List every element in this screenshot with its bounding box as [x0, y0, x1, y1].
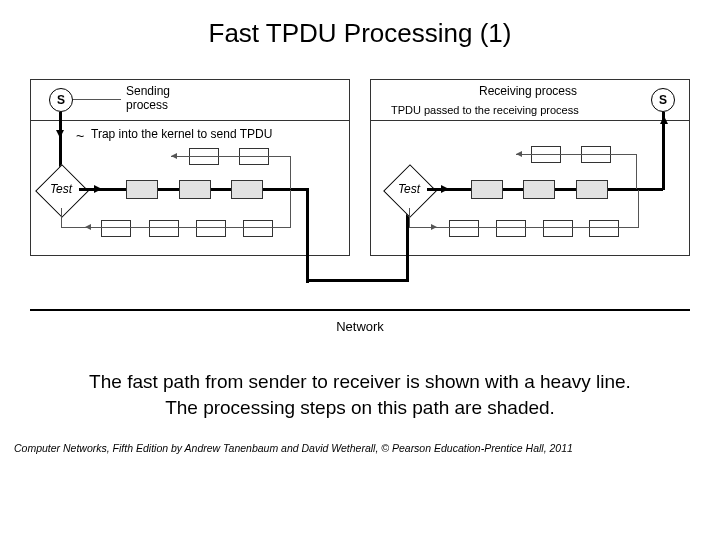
right-shaded-box-1 — [471, 180, 503, 199]
slow-left-top-v — [290, 156, 291, 189]
slow-left-v — [61, 208, 62, 228]
left-shaded-box-3 — [231, 180, 263, 199]
arrow-left-icon-3 — [516, 151, 522, 157]
s-connector-left — [73, 99, 121, 100]
arrow-right-icon — [94, 185, 102, 193]
trap-label: Trap into the kernel to send TPDU — [91, 128, 272, 142]
receiving-process-label: Receiving process — [479, 85, 577, 99]
caption-line-2: The processing steps on this path are sh… — [165, 397, 555, 418]
slow-right-h — [409, 227, 639, 228]
right-plain-box-d — [496, 220, 526, 237]
fastpath-network-horiz — [306, 279, 409, 282]
caption: The fast path from sender to receiver is… — [20, 369, 700, 420]
caption-line-1: The fast path from sender to receiver is… — [89, 371, 631, 392]
left-shaded-box-1 — [126, 180, 158, 199]
right-shaded-box-2 — [523, 180, 555, 199]
tilde-icon: ~ — [76, 128, 84, 144]
left-plain-box-e — [196, 220, 226, 237]
s-node-left: S — [49, 88, 73, 112]
left-plain-box-c — [101, 220, 131, 237]
arrow-down-icon — [56, 130, 64, 138]
fastpath-right-entry — [406, 254, 409, 282]
right-plain-box-e — [543, 220, 573, 237]
left-shaded-box-2 — [179, 180, 211, 199]
network-line — [30, 309, 690, 311]
footer-credit: Computer Networks, Fifth Edition by Andr… — [14, 442, 706, 454]
diagram-canvas: S Sending process Trap into the kernel t… — [30, 79, 690, 339]
arrow-right-icon-3 — [431, 224, 437, 230]
left-divider — [31, 120, 349, 121]
slow-left-top-h — [171, 156, 291, 157]
slow-left-v2 — [290, 190, 291, 228]
slow-right-v2 — [638, 190, 639, 228]
arrow-left-icon-2 — [171, 153, 177, 159]
slow-left-h — [61, 227, 291, 228]
slow-right-top-v — [636, 154, 637, 189]
sending-process-label: Sending process — [126, 85, 170, 113]
test-label-left: Test — [41, 182, 81, 196]
fastpath-left-vert2 — [306, 188, 309, 283]
right-divider — [371, 120, 689, 121]
right-plain-box-f — [589, 220, 619, 237]
tpdu-passed-label: TPDU passed to the receiving process — [391, 104, 579, 117]
arrow-left-icon — [85, 224, 91, 230]
right-plain-box-c — [449, 220, 479, 237]
test-label-right: Test — [389, 182, 429, 196]
slide-title: Fast TPDU Processing (1) — [0, 18, 720, 49]
left-plain-box-f — [243, 220, 273, 237]
right-shaded-box-3 — [576, 180, 608, 199]
arrow-right-icon-2 — [441, 185, 449, 193]
right-panel: S Receiving process TPDU passed to the r… — [370, 79, 690, 256]
network-label: Network — [30, 319, 690, 334]
slow-right-v — [409, 208, 410, 228]
left-panel: S Sending process Trap into the kernel t… — [30, 79, 350, 256]
left-plain-box-d — [149, 220, 179, 237]
arrow-up-icon — [660, 116, 668, 124]
slow-right-top-h — [516, 154, 636, 155]
s-node-right: S — [651, 88, 675, 112]
